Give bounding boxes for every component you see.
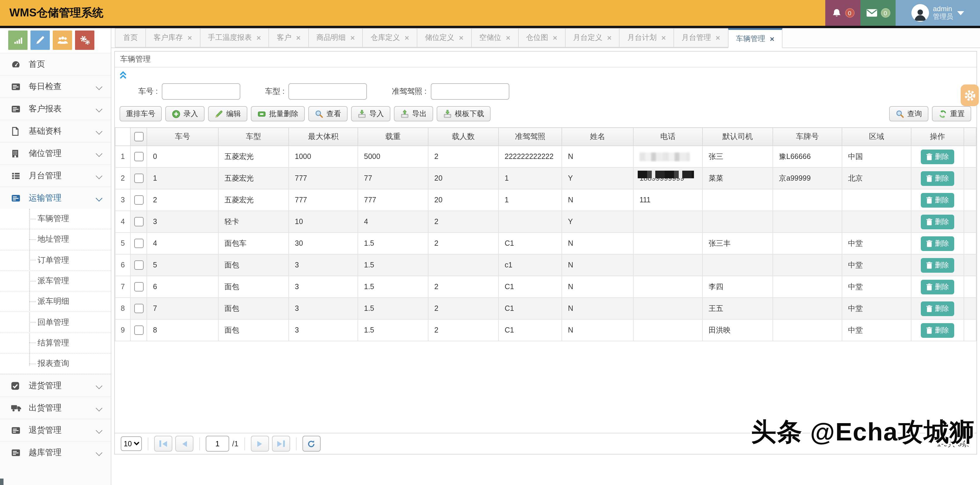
tab-仓库定义[interactable]: 仓库定义× xyxy=(363,28,417,48)
tab-月台计划[interactable]: 月台计划× xyxy=(619,28,674,48)
tab-月台定义[interactable]: 月台定义× xyxy=(565,28,620,48)
delete-button[interactable]: 删除 xyxy=(921,279,954,294)
sidebar-item-客户报表[interactable]: 客户报表 xyxy=(0,97,111,120)
cell-车型: 面包 xyxy=(218,298,289,319)
tab-close-icon[interactable]: × xyxy=(188,34,192,41)
sidebar-item-每日检查[interactable]: 每日检查 xyxy=(0,75,111,97)
tab-close-icon[interactable]: × xyxy=(350,34,355,41)
row-number-cell: 1 xyxy=(115,146,130,168)
tab-空储位[interactable]: 空储位× xyxy=(471,28,519,48)
cell-默认司机 xyxy=(702,211,773,233)
sidebar-item-月台管理[interactable]: 月台管理 xyxy=(0,164,111,187)
bar-chart-icon xyxy=(13,35,23,45)
user-menu[interactable]: admin 管理员 xyxy=(896,0,980,26)
sidebar-item-首页[interactable]: 首页 xyxy=(0,53,111,75)
tab-close-icon[interactable]: × xyxy=(553,34,557,41)
sidebar-item-退货管理[interactable]: 退货管理 xyxy=(0,419,111,441)
page-number-input[interactable] xyxy=(206,436,229,451)
row-checkbox-cell xyxy=(130,211,147,233)
sidebar-subitem-派车明细[interactable]: 派车明细 xyxy=(0,292,111,312)
next-page-button[interactable] xyxy=(251,436,269,451)
tab-close-icon[interactable]: × xyxy=(459,34,463,41)
refresh-button[interactable] xyxy=(302,436,321,451)
delete-button[interactable]: 删除 xyxy=(921,258,954,273)
settings-gear-button[interactable] xyxy=(961,85,979,106)
sidebar-item-出货管理[interactable]: 出货管理 xyxy=(0,397,111,419)
录入-button[interactable]: 录入 xyxy=(165,106,205,121)
tab-close-icon[interactable]: × xyxy=(607,34,612,41)
tab-close-icon[interactable]: × xyxy=(405,34,409,41)
delete-button[interactable]: 删除 xyxy=(921,236,954,251)
gears-quick-button[interactable] xyxy=(75,30,94,50)
查询-button[interactable]: 查询 xyxy=(889,106,928,121)
sidebar-subitem-结算管理[interactable]: 结算管理 xyxy=(0,333,111,354)
vehicle-management-panel: 车辆管理 车号 :车型 :准驾驾照 : 重排车号录入编辑批量删除查看导入导出模板… xyxy=(114,51,977,455)
tab-储位定义[interactable]: 储位定义× xyxy=(417,28,471,48)
pencil-quick-button[interactable] xyxy=(30,30,50,50)
delete-button[interactable]: 删除 xyxy=(921,301,954,316)
row-checkbox[interactable] xyxy=(134,282,143,292)
sidebar-subitem-派车管理[interactable]: 派车管理 xyxy=(0,271,111,292)
delete-button[interactable]: 删除 xyxy=(921,323,954,338)
row-checkbox[interactable] xyxy=(134,217,143,227)
tab-车辆管理[interactable]: 车辆管理× xyxy=(728,28,783,48)
tab-首页[interactable]: 首页 xyxy=(115,28,146,48)
row-checkbox[interactable] xyxy=(134,174,143,183)
notifications-button[interactable]: 0 xyxy=(825,0,861,26)
tab-close-icon[interactable]: × xyxy=(296,34,301,41)
sidebar-item-储位管理[interactable]: 储位管理 xyxy=(0,142,111,164)
messages-button[interactable]: 0 xyxy=(861,0,896,26)
导出-button[interactable]: 导出 xyxy=(394,106,433,121)
编辑-button[interactable]: 编辑 xyxy=(208,106,247,121)
row-checkbox[interactable] xyxy=(134,152,143,161)
tab-close-icon[interactable]: × xyxy=(770,35,774,43)
批量删除-button[interactable]: 批量删除 xyxy=(251,106,305,121)
重置-button[interactable]: 重置 xyxy=(932,106,971,121)
users-quick-button[interactable] xyxy=(53,30,72,50)
tab-close-icon[interactable]: × xyxy=(256,34,261,41)
collapse-search-icon[interactable] xyxy=(119,70,127,79)
delete-button[interactable]: 删除 xyxy=(921,171,954,186)
tab-客户[interactable]: 客户× xyxy=(269,28,309,48)
tab-close-icon[interactable]: × xyxy=(716,34,720,41)
delete-button[interactable]: 删除 xyxy=(921,149,954,164)
row-checkbox[interactable] xyxy=(134,304,143,313)
sidebar-item-基础资料[interactable]: 基础资料 xyxy=(0,120,111,142)
delete-button[interactable]: 删除 xyxy=(921,193,954,207)
search-input-2[interactable] xyxy=(431,83,509,100)
sidebar-subitem-回单管理[interactable]: 回单管理 xyxy=(0,312,111,333)
button-label: 批量删除 xyxy=(269,109,298,119)
tab-客户库存[interactable]: 客户库存× xyxy=(145,28,200,48)
sidebar-item-运输管理[interactable]: 运输管理 xyxy=(0,187,111,209)
prev-page-button[interactable] xyxy=(175,436,193,451)
row-checkbox[interactable] xyxy=(134,260,143,270)
sidebar-subitem-车辆管理[interactable]: 车辆管理 xyxy=(0,209,111,230)
search-input-0[interactable] xyxy=(162,83,240,100)
sidebar-subitem-地址管理[interactable]: 地址管理 xyxy=(0,230,111,250)
导入-button[interactable]: 导入 xyxy=(351,106,390,121)
row-checkbox[interactable] xyxy=(134,195,143,205)
重排车号-button[interactable]: 重排车号 xyxy=(119,106,162,121)
tab-月台管理[interactable]: 月台管理× xyxy=(673,28,728,48)
sidebar-item-label: 进货管理 xyxy=(29,381,62,391)
tab-close-icon[interactable]: × xyxy=(662,34,666,41)
delete-button[interactable]: 删除 xyxy=(921,214,954,229)
search-input-1[interactable] xyxy=(289,83,367,100)
row-checkbox[interactable] xyxy=(134,325,143,335)
select-all-checkbox[interactable] xyxy=(134,132,143,142)
page-size-select[interactable]: 10 xyxy=(121,436,142,451)
sidebar-item-进货管理[interactable]: 进货管理 xyxy=(0,375,111,397)
tab-手工温度报表[interactable]: 手工温度报表× xyxy=(200,28,269,48)
bar-chart-quick-button[interactable] xyxy=(8,30,27,50)
tab-仓位图[interactable]: 仓位图× xyxy=(518,28,565,48)
tab-商品明细[interactable]: 商品明细× xyxy=(308,28,363,48)
查看-button[interactable]: 查看 xyxy=(308,106,348,121)
last-page-button[interactable] xyxy=(272,436,290,451)
sidebar-item-越库管理[interactable]: 越库管理 xyxy=(0,441,111,464)
sidebar-subitem-订单管理[interactable]: 订单管理 xyxy=(0,250,111,271)
sidebar-subitem-报表查询[interactable]: 报表查询 xyxy=(0,354,111,375)
tab-close-icon[interactable]: × xyxy=(506,34,510,41)
row-checkbox[interactable] xyxy=(134,239,143,248)
模板下载-button[interactable]: 模板下载 xyxy=(437,106,491,121)
first-page-button[interactable] xyxy=(154,436,172,451)
